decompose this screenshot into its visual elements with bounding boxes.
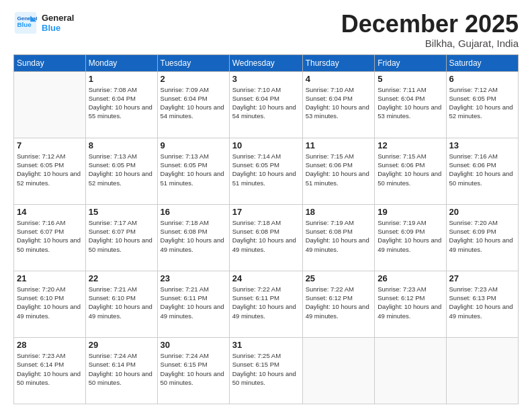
day-info: Sunrise: 7:16 AM Sunset: 6:06 PM Dayligh… [449, 152, 515, 187]
weekday-header-saturday: Saturday [446, 54, 518, 71]
calendar-cell: 5Sunrise: 7:11 AM Sunset: 6:04 PM Daylig… [375, 71, 446, 138]
calendar-cell: 21Sunrise: 7:20 AM Sunset: 6:10 PM Dayli… [14, 271, 86, 337]
header: General Blue General Blue December 2025 … [13, 11, 519, 49]
day-number: 6 [449, 74, 515, 84]
day-number: 10 [232, 140, 300, 150]
day-info: Sunrise: 7:18 AM Sunset: 6:08 PM Dayligh… [161, 218, 226, 254]
calendar-cell: 8Sunrise: 7:13 AM Sunset: 6:05 PM Daylig… [85, 138, 157, 204]
day-number: 15 [89, 207, 154, 217]
day-number: 17 [232, 207, 300, 217]
day-number: 25 [306, 273, 372, 283]
day-number: 5 [378, 74, 443, 84]
day-info: Sunrise: 7:10 AM Sunset: 6:04 PM Dayligh… [306, 85, 372, 121]
day-number: 20 [449, 207, 515, 217]
calendar-cell: 27Sunrise: 7:23 AM Sunset: 6:13 PM Dayli… [446, 271, 518, 337]
calendar-cell: 17Sunrise: 7:18 AM Sunset: 6:08 PM Dayli… [229, 204, 302, 271]
day-number: 12 [378, 140, 443, 150]
weekday-header-thursday: Thursday [302, 54, 375, 71]
day-number: 28 [17, 340, 83, 350]
day-number: 14 [17, 207, 83, 217]
calendar-cell: 18Sunrise: 7:19 AM Sunset: 6:08 PM Dayli… [302, 204, 375, 271]
calendar-cell: 6Sunrise: 7:12 AM Sunset: 6:05 PM Daylig… [446, 71, 518, 138]
day-info: Sunrise: 7:13 AM Sunset: 6:05 PM Dayligh… [161, 152, 226, 187]
day-number: 26 [378, 273, 443, 283]
day-info: Sunrise: 7:22 AM Sunset: 6:12 PM Dayligh… [306, 285, 372, 320]
title-block: December 2025 Bilkha, Gujarat, India [341, 11, 519, 49]
calendar-week-1: 1Sunrise: 7:08 AM Sunset: 6:04 PM Daylig… [14, 71, 519, 138]
day-info: Sunrise: 7:21 AM Sunset: 6:10 PM Dayligh… [89, 285, 154, 320]
calendar-cell: 30Sunrise: 7:24 AM Sunset: 6:15 PM Dayli… [157, 337, 229, 404]
day-number: 7 [17, 140, 83, 150]
day-number: 8 [89, 140, 154, 150]
day-info: Sunrise: 7:08 AM Sunset: 6:04 PM Dayligh… [89, 85, 154, 121]
day-number: 23 [161, 273, 226, 283]
logo-text: General Blue [42, 13, 74, 33]
day-number: 16 [161, 207, 226, 217]
calendar-cell: 28Sunrise: 7:23 AM Sunset: 6:14 PM Dayli… [14, 337, 86, 404]
calendar-cell: 20Sunrise: 7:20 AM Sunset: 6:09 PM Dayli… [446, 204, 518, 271]
calendar-cell: 29Sunrise: 7:24 AM Sunset: 6:14 PM Dayli… [85, 337, 157, 404]
calendar-cell: 7Sunrise: 7:12 AM Sunset: 6:05 PM Daylig… [14, 138, 86, 204]
svg-text:Blue: Blue [17, 21, 32, 28]
page: General Blue General Blue December 2025 … [0, 0, 532, 411]
day-info: Sunrise: 7:17 AM Sunset: 6:07 PM Dayligh… [89, 218, 154, 254]
calendar-cell: 11Sunrise: 7:15 AM Sunset: 6:06 PM Dayli… [302, 138, 375, 204]
day-number: 31 [232, 340, 300, 350]
calendar-cell [302, 337, 375, 404]
calendar-cell: 2Sunrise: 7:09 AM Sunset: 6:04 PM Daylig… [157, 71, 229, 138]
day-info: Sunrise: 7:20 AM Sunset: 6:10 PM Dayligh… [17, 285, 83, 320]
day-number: 11 [306, 140, 372, 150]
day-number: 3 [232, 74, 300, 84]
day-info: Sunrise: 7:12 AM Sunset: 6:05 PM Dayligh… [449, 85, 515, 121]
day-number: 27 [449, 273, 515, 283]
day-number: 24 [232, 273, 300, 283]
calendar-cell: 22Sunrise: 7:21 AM Sunset: 6:10 PM Dayli… [85, 271, 157, 337]
month-title: December 2025 [341, 11, 519, 38]
day-info: Sunrise: 7:16 AM Sunset: 6:07 PM Dayligh… [17, 218, 83, 254]
day-info: Sunrise: 7:14 AM Sunset: 6:05 PM Dayligh… [232, 152, 300, 187]
day-info: Sunrise: 7:22 AM Sunset: 6:11 PM Dayligh… [232, 285, 300, 320]
calendar-table: SundayMondayTuesdayWednesdayThursdayFrid… [13, 54, 519, 404]
calendar-cell: 25Sunrise: 7:22 AM Sunset: 6:12 PM Dayli… [302, 271, 375, 337]
day-info: Sunrise: 7:21 AM Sunset: 6:11 PM Dayligh… [161, 285, 226, 320]
calendar-cell: 15Sunrise: 7:17 AM Sunset: 6:07 PM Dayli… [85, 204, 157, 271]
day-info: Sunrise: 7:23 AM Sunset: 6:12 PM Dayligh… [378, 285, 443, 320]
logo-icon: General Blue [13, 11, 38, 35]
calendar-cell: 14Sunrise: 7:16 AM Sunset: 6:07 PM Dayli… [14, 204, 86, 271]
day-info: Sunrise: 7:09 AM Sunset: 6:04 PM Dayligh… [161, 85, 226, 121]
calendar-cell: 23Sunrise: 7:21 AM Sunset: 6:11 PM Dayli… [157, 271, 229, 337]
day-info: Sunrise: 7:12 AM Sunset: 6:05 PM Dayligh… [17, 152, 83, 187]
day-info: Sunrise: 7:23 AM Sunset: 6:14 PM Dayligh… [17, 351, 83, 387]
calendar-cell: 24Sunrise: 7:22 AM Sunset: 6:11 PM Dayli… [229, 271, 302, 337]
calendar-cell: 13Sunrise: 7:16 AM Sunset: 6:06 PM Dayli… [446, 138, 518, 204]
day-info: Sunrise: 7:20 AM Sunset: 6:09 PM Dayligh… [449, 218, 515, 254]
day-info: Sunrise: 7:23 AM Sunset: 6:13 PM Dayligh… [449, 285, 515, 320]
day-info: Sunrise: 7:13 AM Sunset: 6:05 PM Dayligh… [89, 152, 154, 187]
day-number: 13 [449, 140, 515, 150]
calendar-cell: 10Sunrise: 7:14 AM Sunset: 6:05 PM Dayli… [229, 138, 302, 204]
weekday-header-wednesday: Wednesday [229, 54, 302, 71]
calendar-cell: 4Sunrise: 7:10 AM Sunset: 6:04 PM Daylig… [302, 71, 375, 138]
day-info: Sunrise: 7:24 AM Sunset: 6:15 PM Dayligh… [161, 351, 226, 387]
logo: General Blue General Blue [13, 11, 74, 35]
calendar-cell: 1Sunrise: 7:08 AM Sunset: 6:04 PM Daylig… [85, 71, 157, 138]
day-number: 30 [161, 340, 226, 350]
day-number: 2 [161, 74, 226, 84]
day-info: Sunrise: 7:19 AM Sunset: 6:08 PM Dayligh… [306, 218, 372, 254]
day-number: 19 [378, 207, 443, 217]
day-number: 21 [17, 273, 83, 283]
calendar-cell: 16Sunrise: 7:18 AM Sunset: 6:08 PM Dayli… [157, 204, 229, 271]
day-info: Sunrise: 7:25 AM Sunset: 6:15 PM Dayligh… [232, 351, 300, 387]
day-number: 9 [161, 140, 226, 150]
calendar-week-2: 7Sunrise: 7:12 AM Sunset: 6:05 PM Daylig… [14, 138, 519, 204]
calendar-cell: 19Sunrise: 7:19 AM Sunset: 6:09 PM Dayli… [375, 204, 446, 271]
calendar-cell [14, 71, 86, 138]
day-info: Sunrise: 7:15 AM Sunset: 6:06 PM Dayligh… [378, 152, 443, 187]
calendar-cell: 12Sunrise: 7:15 AM Sunset: 6:06 PM Dayli… [375, 138, 446, 204]
calendar-cell [375, 337, 446, 404]
day-info: Sunrise: 7:11 AM Sunset: 6:04 PM Dayligh… [378, 85, 443, 121]
calendar-cell: 3Sunrise: 7:10 AM Sunset: 6:04 PM Daylig… [229, 71, 302, 138]
day-info: Sunrise: 7:24 AM Sunset: 6:14 PM Dayligh… [89, 351, 154, 387]
day-number: 22 [89, 273, 154, 283]
day-info: Sunrise: 7:18 AM Sunset: 6:08 PM Dayligh… [232, 218, 300, 254]
